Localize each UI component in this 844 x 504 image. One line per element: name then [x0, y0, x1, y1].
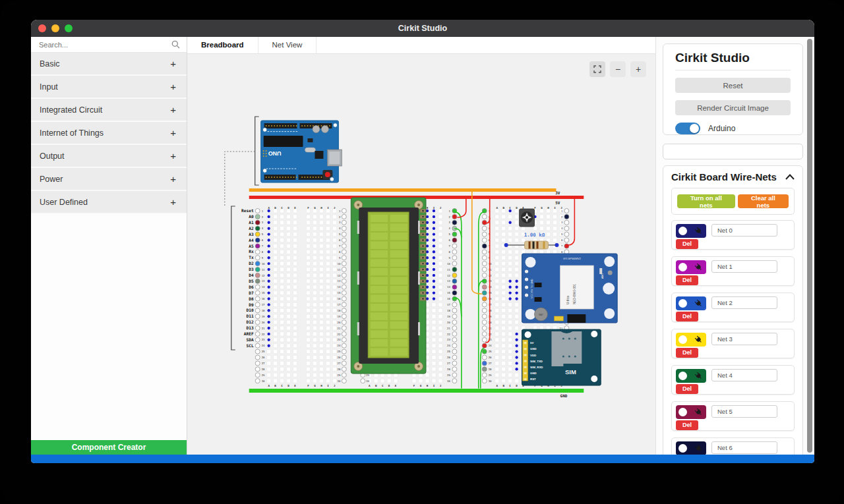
svg-text:26: 26 — [262, 356, 265, 359]
svg-text:6: 6 — [339, 238, 341, 242]
search-input[interactable] — [38, 40, 171, 49]
net-color-toggle[interactable] — [676, 260, 706, 274]
arduino-board[interactable]: UNO — [261, 121, 342, 182]
net-name-input[interactable] — [711, 369, 777, 381]
expand-icon[interactable]: + — [170, 127, 176, 138]
net-name-input[interactable] — [711, 405, 777, 418]
fit-screen-icon — [593, 65, 601, 73]
component-creator-button[interactable]: Component Creator — [31, 440, 187, 455]
net-delete-button[interactable]: Del — [676, 275, 698, 285]
svg-text:7: 7 — [262, 244, 264, 248]
svg-text:25: 25 — [489, 350, 492, 353]
net-name-input[interactable] — [711, 441, 777, 454]
net-name-input[interactable] — [711, 333, 777, 345]
zoom-out-button[interactable]: − — [610, 61, 626, 77]
panel-scrollbar[interactable] — [807, 39, 812, 453]
lcd-display[interactable] — [351, 198, 426, 374]
svg-text:8: 8 — [262, 250, 264, 254]
svg-text:A3: A3 — [249, 232, 254, 237]
panel-input[interactable] — [663, 144, 803, 159]
net-color-toggle[interactable] — [676, 369, 706, 383]
net-delete-button[interactable]: Del — [676, 239, 698, 249]
zoom-in-button[interactable]: + — [630, 61, 646, 77]
sidebar-item-power[interactable]: Power+ — [31, 168, 187, 191]
sidebar-item-user-defined[interactable]: User Defined+ — [31, 191, 187, 214]
net-delete-button[interactable]: Del — [676, 348, 698, 358]
sidebar-item-input[interactable]: Input+ — [31, 76, 187, 99]
svg-text:10: 10 — [262, 262, 265, 266]
net-color-toggle[interactable] — [676, 441, 706, 455]
net-name-input[interactable] — [711, 224, 777, 237]
toggle-knob — [690, 124, 699, 133]
potentiometer[interactable] — [520, 209, 535, 227]
sidebar-item-internet-of-things[interactable]: Internet of Things+ — [31, 122, 187, 145]
circuit-canvas[interactable]: 3V5VGNDAABBCCDDEEFFGGHHIIJJAABBCCDDEEFFG… — [187, 54, 655, 455]
svg-text:Reset: Reset — [241, 208, 254, 213]
clear-all-nets-button[interactable]: Clear all nets — [738, 194, 789, 208]
svg-text:19: 19 — [338, 315, 341, 318]
net-color-toggle[interactable] — [676, 296, 706, 310]
sidebar-item-basic[interactable]: Basic+ — [31, 53, 187, 76]
net-color-toggle[interactable] — [676, 333, 706, 347]
maximize-button[interactable] — [65, 24, 73, 32]
net-color-toggle[interactable] — [676, 405, 706, 419]
titlebar[interactable]: Cirkit Studio — [31, 20, 814, 37]
expand-icon[interactable]: + — [170, 104, 176, 115]
svg-text:24: 24 — [447, 344, 450, 347]
net-name-input[interactable] — [711, 260, 777, 273]
plug-icon — [694, 408, 703, 416]
svg-text:21: 21 — [338, 327, 341, 330]
tab-net-view[interactable]: Net View — [258, 37, 317, 53]
reset-button[interactable]: Reset — [675, 78, 791, 93]
close-button[interactable] — [38, 24, 46, 32]
net-delete-button[interactable]: Del — [676, 420, 698, 430]
net-delete-button[interactable]: Del — [676, 312, 698, 322]
net-row: Del — [671, 401, 795, 431]
svg-text:23: 23 — [262, 338, 265, 341]
turn-on-all-nets-button[interactable]: Turn on all nets — [677, 194, 735, 208]
gps-module[interactable]: GY-GPS6MV2U-bloxNEO-6M-0-001VCC RX TX GN… — [522, 254, 618, 323]
svg-text:3: 3 — [448, 221, 450, 224]
svg-text:29: 29 — [262, 374, 265, 377]
svg-text:19: 19 — [447, 315, 450, 318]
svg-text:10: 10 — [338, 262, 341, 266]
svg-text:NEO-6M-0-001: NEO-6M-0-001 — [573, 283, 576, 304]
resistor[interactable]: 1.00 kΩ — [504, 232, 559, 249]
sidebar-item-output[interactable]: Output+ — [31, 145, 187, 168]
svg-text:18: 18 — [338, 309, 341, 312]
component-categories: Basic+Input+Integrated Circuit+Internet … — [31, 53, 187, 214]
wirenets-header: Cirkit Board Wire-Nets — [671, 171, 795, 182]
svg-text:D: D — [516, 384, 518, 387]
minimize-button[interactable] — [51, 24, 59, 32]
svg-text:25: 25 — [262, 350, 265, 353]
net-color-toggle[interactable] — [676, 224, 706, 238]
breadboard-stage[interactable]: 3V5VGNDAABBCCDDEEFFGGHHIIJJAABBCCDDEEFFG… — [187, 54, 655, 455]
svg-text:D4: D4 — [249, 273, 254, 277]
svg-text:11: 11 — [262, 268, 265, 271]
net-toggle-knob — [678, 372, 687, 380]
category-label: Input — [40, 82, 58, 92]
sidebar-item-integrated-circuit[interactable]: Integrated Circuit+ — [31, 99, 187, 122]
svg-text:28: 28 — [262, 368, 265, 371]
expand-icon[interactable]: + — [170, 173, 176, 184]
svg-text:15: 15 — [447, 291, 450, 294]
net-delete-button[interactable]: Del — [676, 384, 698, 394]
svg-text:13: 13 — [447, 279, 450, 283]
expand-icon[interactable]: + — [170, 150, 176, 161]
expand-icon[interactable]: + — [170, 58, 176, 69]
zoom-fit-button[interactable] — [589, 61, 605, 77]
expand-icon[interactable]: + — [170, 81, 176, 92]
net-row: Del — [671, 293, 795, 322]
render-circuit-button[interactable]: Render Circuit Image — [675, 100, 791, 115]
svg-text:17: 17 — [338, 303, 341, 306]
svg-text:14: 14 — [447, 285, 450, 289]
svg-text:4: 4 — [448, 227, 450, 230]
chevron-up-icon[interactable] — [785, 174, 795, 180]
svg-text:5V: 5V — [530, 341, 533, 345]
svg-text:A: A — [268, 384, 270, 387]
tab-breadboard[interactable]: Breadboard — [187, 37, 258, 53]
arduino-toggle[interactable] — [675, 123, 700, 134]
sim-module[interactable]: 5VGNDVDDSIM_TXDSIM_RXDGNDRSTSIM — [522, 329, 601, 385]
expand-icon[interactable]: + — [170, 196, 176, 208]
net-name-input[interactable] — [711, 296, 777, 309]
